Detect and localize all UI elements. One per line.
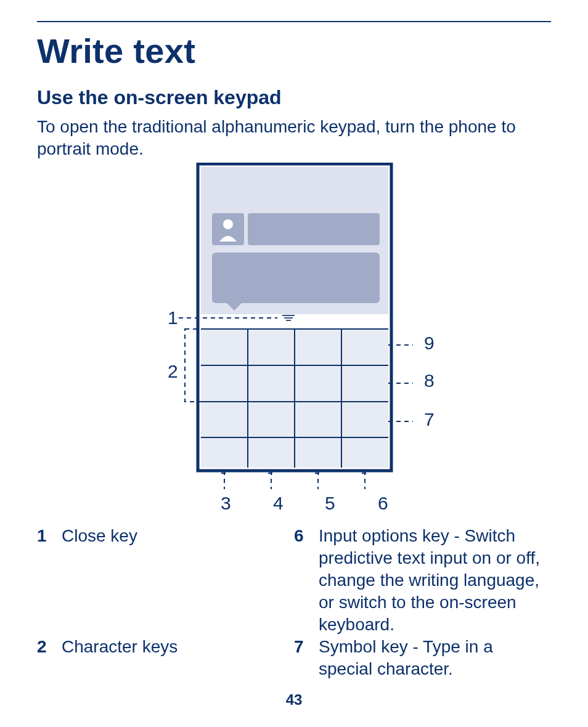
legend-num-1: 1 [37, 525, 62, 636]
legend-text-6: Input options key - Switch predictive te… [319, 525, 551, 636]
callout-6: 6 [378, 493, 388, 514]
svg-point-4 [223, 219, 233, 229]
callout-3: 3 [221, 493, 231, 514]
svg-rect-6 [212, 253, 380, 303]
section-title: Use the on-screen keypad [37, 86, 282, 109]
legend-num-7: 7 [294, 636, 319, 680]
page-title: Write text [37, 31, 195, 71]
callout-8: 8 [424, 370, 435, 391]
callout-1: 1 [168, 307, 178, 328]
legend-num-6: 6 [294, 525, 319, 636]
callout-5: 5 [325, 493, 335, 514]
legend-text-1: Close key [62, 525, 294, 636]
legend-text-2: Character keys [62, 636, 294, 680]
intro-paragraph: To open the traditional alphanumeric key… [37, 116, 551, 160]
legend: 1 Close key 6 Input options key - Switch… [37, 525, 551, 680]
top-rule [37, 21, 551, 22]
callout-7: 7 [424, 409, 435, 430]
callout-9: 9 [424, 333, 435, 354]
page-number: 43 [0, 691, 588, 709]
svg-rect-5 [248, 213, 380, 245]
callout-4: 4 [273, 493, 284, 514]
callout-2: 2 [168, 361, 178, 382]
keypad-diagram [160, 163, 419, 514]
legend-num-2: 2 [37, 636, 62, 680]
legend-text-7: Symbol key - Type in a special character… [319, 636, 551, 680]
